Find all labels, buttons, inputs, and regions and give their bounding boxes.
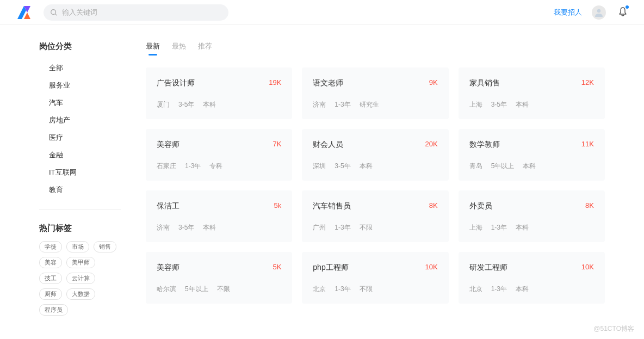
job-salary: 20K xyxy=(425,140,438,148)
job-salary: 12K xyxy=(581,78,594,87)
job-card[interactable]: 语文老师9K济南1-3年研究生 xyxy=(302,67,448,119)
category-item[interactable]: 教育 xyxy=(39,181,121,199)
job-meta: 厦门3-5年本科 xyxy=(157,100,281,109)
tag-item[interactable]: 美容 xyxy=(39,257,62,268)
job-card[interactable]: 家具销售12K上海3-5年本科 xyxy=(459,67,605,119)
job-title: 数学教师 xyxy=(469,140,500,150)
tag-item[interactable]: 学徒 xyxy=(39,241,62,252)
job-salary: 9K xyxy=(429,78,438,87)
job-title: 保洁工 xyxy=(157,201,179,211)
category-item[interactable]: 汽车 xyxy=(39,94,121,112)
notifications-button[interactable] xyxy=(618,7,628,19)
tag-item[interactable]: 技工 xyxy=(39,273,62,284)
job-card[interactable]: 研发工程师10K北京1-3年本科 xyxy=(459,252,605,304)
tag-item[interactable]: 销售 xyxy=(94,241,116,252)
job-salary: 5k xyxy=(274,201,282,209)
job-card[interactable]: php工程师10K北京1-3年不限 xyxy=(302,252,448,304)
category-item[interactable]: 金融 xyxy=(39,146,121,164)
categories-title: 岗位分类 xyxy=(39,41,121,52)
job-salary: 7K xyxy=(273,140,281,148)
category-item[interactable]: IT互联网 xyxy=(39,164,121,181)
category-item[interactable]: 服务业 xyxy=(39,77,121,94)
job-meta: 青岛5年以上本科 xyxy=(469,162,594,171)
job-card[interactable]: 保洁工5k济南3-5年本科 xyxy=(146,190,292,242)
job-card[interactable]: 汽车销售员8K广州1-3年不限 xyxy=(302,190,448,242)
job-card[interactable]: 财会人员20K深圳3-5年本科 xyxy=(302,129,448,181)
search-input[interactable] xyxy=(62,8,222,16)
job-title: 汽车销售员 xyxy=(313,201,351,211)
tab[interactable]: 最热 xyxy=(172,41,186,56)
job-meta: 济南1-3年研究生 xyxy=(313,100,437,109)
avatar[interactable] xyxy=(592,5,606,20)
job-salary: 5K xyxy=(273,263,281,271)
job-title: 财会人员 xyxy=(313,140,343,150)
category-item[interactable]: 全部 xyxy=(39,59,121,77)
job-title: 外卖员 xyxy=(469,201,492,211)
job-title: 研发工程师 xyxy=(469,263,507,273)
job-meta: 北京1-3年不限 xyxy=(313,285,437,294)
job-card[interactable]: 广告设计师19K厦门3-5年本科 xyxy=(146,67,292,119)
job-salary: 11K xyxy=(581,140,594,148)
job-meta: 深圳3-5年本科 xyxy=(313,162,437,171)
notification-dot xyxy=(626,5,629,9)
logo[interactable] xyxy=(16,5,32,20)
job-title: 家具销售 xyxy=(469,78,500,88)
search-box[interactable] xyxy=(44,4,228,21)
divider xyxy=(39,209,121,210)
svg-point-0 xyxy=(51,9,56,14)
job-salary: 10K xyxy=(425,263,438,271)
job-meta: 广州1-3年不限 xyxy=(313,223,437,232)
svg-point-2 xyxy=(597,9,600,12)
job-salary: 10K xyxy=(581,263,594,271)
recruit-link[interactable]: 我要招人 xyxy=(554,8,582,17)
job-card[interactable]: 外卖员8K上海1-3年本科 xyxy=(459,190,605,242)
tags-title: 热门标签 xyxy=(39,223,121,233)
tag-item[interactable]: 美甲师 xyxy=(66,257,95,268)
job-salary: 8K xyxy=(429,201,438,209)
category-item[interactable]: 医疗 xyxy=(39,129,121,146)
tab[interactable]: 最新 xyxy=(146,41,160,56)
job-meta: 上海1-3年本科 xyxy=(469,223,594,232)
job-title: php工程师 xyxy=(313,263,348,273)
job-salary: 19K xyxy=(269,78,281,87)
tag-item[interactable]: 厨师 xyxy=(39,288,62,300)
job-meta: 济南3-5年本科 xyxy=(157,223,281,232)
tag-item[interactable]: 市场 xyxy=(66,241,89,252)
job-title: 美容师 xyxy=(157,140,179,150)
job-meta: 石家庄1-3年专科 xyxy=(157,162,281,171)
job-card[interactable]: 美容师5K哈尔滨5年以上不限 xyxy=(146,252,292,304)
job-title: 语文老师 xyxy=(313,78,343,88)
job-title: 广告设计师 xyxy=(157,78,195,88)
job-card[interactable]: 美容师7K石家庄1-3年专科 xyxy=(146,129,292,181)
category-item[interactable]: 房地产 xyxy=(39,112,121,129)
search-icon xyxy=(50,9,58,16)
job-meta: 北京1-3年本科 xyxy=(469,285,594,294)
tab[interactable]: 推荐 xyxy=(198,41,212,56)
svg-line-1 xyxy=(55,14,57,15)
job-meta: 哈尔滨5年以上不限 xyxy=(157,285,281,294)
tag-item[interactable]: 大数据 xyxy=(66,288,95,300)
job-salary: 8K xyxy=(585,201,594,209)
job-card[interactable]: 数学教师11K青岛5年以上本科 xyxy=(459,129,605,181)
tag-item[interactable]: 云计算 xyxy=(66,273,95,284)
job-meta: 上海3-5年本科 xyxy=(469,100,594,109)
user-icon xyxy=(594,8,604,17)
job-title: 美容师 xyxy=(157,263,179,273)
tag-item[interactable]: 程序员 xyxy=(39,304,68,316)
